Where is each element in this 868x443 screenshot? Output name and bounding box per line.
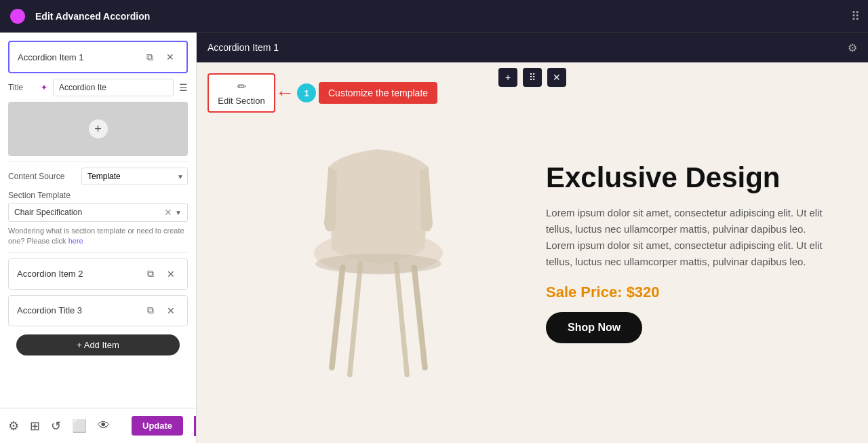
title-label: Title — [8, 83, 35, 92]
edit-section-label: Edit Section — [218, 96, 264, 106]
logo — [8, 7, 27, 26]
history-icon-button[interactable]: ↺ — [51, 419, 61, 434]
svg-line-2 — [414, 267, 425, 368]
grid-icon[interactable]: ⠿ — [851, 9, 860, 24]
add-item-button[interactable]: + Add Item — [16, 334, 180, 355]
left-panel-content: Accordion Item 1 ⧉ ✕ Title ✦ ☰ + Conten — [0, 33, 196, 408]
content-source-select-wrapper: Template Custom ▼ — [81, 168, 188, 185]
svg-line-4 — [396, 263, 407, 374]
list-icon[interactable]: ☰ — [179, 82, 188, 93]
close-icon-1[interactable]: ✕ — [162, 49, 178, 65]
svg-point-5 — [315, 254, 441, 274]
settings-icon-button[interactable]: ⚙ — [8, 419, 19, 434]
update-button[interactable]: Update — [132, 416, 183, 436]
canvas-drag-button[interactable]: ⠿ — [523, 68, 542, 87]
chair-image — [270, 124, 487, 382]
customize-badge: Customize the template — [319, 82, 437, 104]
content-source-row: Content Source Template Custom ▼ — [8, 168, 188, 185]
accordion-item-1-label: Accordion Item 1 — [18, 52, 142, 62]
hint-link[interactable]: here — [68, 237, 83, 245]
product-info: Exclusive Design Lorem ipsum dolor sit a… — [546, 162, 827, 343]
canvas-title: Accordion Item 1 — [208, 42, 279, 53]
accordion-item-2-label: Accordion Item 2 — [17, 269, 142, 279]
divider-1 — [8, 161, 188, 162]
logo-circle — [10, 9, 25, 24]
section-template-label: Section Template — [8, 191, 188, 200]
title-input[interactable] — [53, 79, 174, 96]
title-field-row: Title ✦ ☰ — [8, 79, 188, 96]
arrow-container: ← 1 Customize the template — [275, 82, 437, 104]
add-image-icon: + — [89, 119, 108, 138]
accordion-item-1-card[interactable]: Accordion Item 1 ⧉ ✕ — [8, 41, 188, 73]
bottom-toolbar: ⚙ ⊞ ↺ ⬜ 👁 Update ▲ — [0, 408, 196, 443]
ai-icon: ✦ — [41, 83, 47, 92]
red-arrow-icon: ← — [275, 83, 294, 102]
duplicate-icon-3[interactable]: ⧉ — [142, 303, 159, 319]
svg-line-3 — [349, 263, 360, 374]
canvas-settings-icon[interactable]: ⚙ — [848, 41, 857, 54]
duplicate-icon-2[interactable]: ⧉ — [142, 266, 159, 282]
accordion-item-3-label: Accordion Title 3 — [17, 305, 142, 315]
close-icon-2[interactable]: ✕ — [163, 266, 179, 282]
hint-text: Wondering what is section template or ne… — [8, 226, 188, 247]
left-panel: Accordion Item 1 ⧉ ✕ Title ✦ ☰ + Conten — [0, 33, 197, 443]
accordion-item-2-card[interactable]: Accordion Item 2 ⧉ ✕ — [8, 258, 188, 290]
product-showcase: Exclusive Design Lorem ipsum dolor sit a… — [197, 62, 868, 443]
content-source-label: Content Source — [8, 172, 76, 181]
accordion-item-3-card[interactable]: Accordion Title 3 ⧉ ✕ — [8, 295, 188, 326]
close-icon-3[interactable]: ✕ — [163, 303, 179, 319]
card-icons-1: ⧉ ✕ — [142, 49, 178, 65]
annotation-area: ✏ Edit Section ← 1 Customize the templat… — [208, 73, 437, 113]
edit-section-button[interactable]: ✏ Edit Section — [208, 73, 275, 113]
canvas-top-bar: Accordion Item 1 ⚙ — [197, 33, 868, 62]
shop-now-button[interactable]: Shop Now — [546, 312, 642, 343]
card-icons-2: ⧉ ✕ — [142, 266, 179, 282]
product-image-area — [237, 124, 519, 382]
template-dropdown-button[interactable]: ▼ — [175, 209, 182, 216]
preview-icon-button[interactable]: 👁 — [98, 419, 110, 433]
image-placeholder[interactable]: + — [8, 102, 188, 156]
canvas-area: Accordion Item 1 ⚙ + ⠿ ✕ — [197, 33, 868, 443]
card-icons-3: ⧉ ✕ — [142, 303, 179, 319]
section-template-container: Section Template Chair Specification ✕ ▼… — [8, 191, 188, 247]
responsive-icon-button[interactable]: ⬜ — [72, 419, 87, 434]
divider-2 — [8, 252, 188, 253]
canvas-float-toolbar: + ⠿ ✕ — [498, 68, 566, 87]
product-description: Lorem ipsum dolor sit amet, consectetur … — [546, 205, 827, 270]
product-title: Exclusive Design — [546, 162, 827, 193]
layers-icon-button[interactable]: ⊞ — [30, 419, 40, 434]
main-area: Accordion Item 1 ⧉ ✕ Title ✦ ☰ + Conten — [0, 33, 868, 443]
sale-price: Sale Price: $320 — [546, 284, 827, 301]
canvas-close-button[interactable]: ✕ — [547, 68, 566, 87]
template-clear-button[interactable]: ✕ — [164, 207, 172, 218]
canvas-content: + ⠿ ✕ — [197, 62, 868, 443]
template-select-value: Chair Specification — [14, 208, 161, 217]
content-source-select[interactable]: Template Custom — [81, 168, 188, 185]
top-bar: Edit Advanced Accordion ⠿ — [0, 0, 868, 33]
canvas-action-icons: ⚙ — [848, 41, 857, 54]
page-title: Edit Advanced Accordion — [35, 11, 843, 22]
duplicate-icon-1[interactable]: ⧉ — [142, 49, 158, 65]
edit-icon: ✏ — [237, 80, 246, 93]
svg-line-1 — [332, 267, 342, 368]
template-select-row[interactable]: Chair Specification ✕ ▼ — [8, 203, 188, 222]
step-circle: 1 — [297, 83, 316, 102]
canvas-add-button[interactable]: + — [498, 68, 517, 87]
